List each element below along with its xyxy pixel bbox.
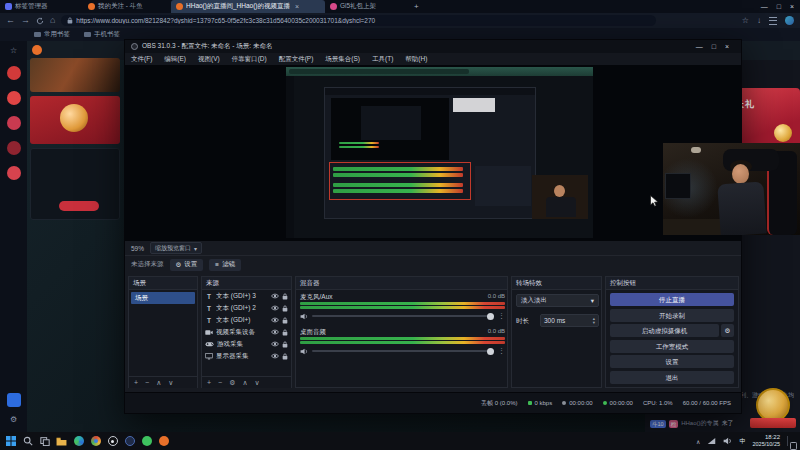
menu-profile[interactable]: 配置文件(P) <box>273 53 320 65</box>
virtual-camera-button[interactable]: 启动虚拟摄像机 <box>610 324 719 337</box>
chrome-browser-icon[interactable] <box>89 435 102 448</box>
spin-arrows[interactable]: ▴▾ <box>593 317 595 325</box>
obs-app-icon[interactable] <box>106 435 119 448</box>
virtual-camera-config-icon[interactable]: ⚙ <box>721 324 734 337</box>
source-row[interactable]: T文本 (GDI+) 3 <box>202 290 291 302</box>
lock-icon[interactable] <box>282 341 288 348</box>
obs-maximize-icon[interactable]: □ <box>712 43 716 50</box>
close-icon[interactable]: × <box>790 3 794 10</box>
move-source-up-icon[interactable]: ∧ <box>242 379 247 387</box>
volume-slider[interactable] <box>312 315 494 317</box>
shortcut-icon-4[interactable] <box>7 141 21 155</box>
bookmark-star-icon[interactable]: ☆ <box>742 13 749 28</box>
forward-icon[interactable]: → <box>21 13 30 28</box>
tab-live-room-active[interactable]: HHao()的直播间_HHao()的视频直播 × <box>171 0 325 13</box>
tab-followed[interactable]: 我的关注 - 斗鱼 <box>83 0 171 13</box>
eye-icon[interactable] <box>271 317 279 323</box>
add-scene-icon[interactable]: + <box>134 379 138 386</box>
menu-docks[interactable]: 停靠窗口(D) <box>226 53 273 65</box>
maximize-icon[interactable]: □ <box>777 3 781 10</box>
search-icon[interactable] <box>21 435 34 448</box>
obs-preview[interactable] <box>125 65 741 241</box>
start-recording-button[interactable]: 开始录制 <box>610 309 734 322</box>
studio-mode-button[interactable]: 工作室模式 <box>610 340 734 353</box>
eye-icon[interactable] <box>271 305 279 311</box>
exit-button[interactable]: 退出 <box>610 371 734 384</box>
gift-promo-card[interactable] <box>30 96 120 144</box>
remove-source-icon[interactable]: − <box>218 379 222 386</box>
source-properties-icon[interactable]: ⚙ <box>229 379 235 387</box>
menu-help[interactable]: 帮助(H) <box>399 53 433 65</box>
speaker-icon[interactable] <box>300 348 308 355</box>
file-explorer-icon[interactable] <box>55 435 68 448</box>
stop-streaming-button[interactable]: 停止直播 <box>610 293 734 306</box>
menu-icon[interactable] <box>769 17 777 25</box>
eye-icon[interactable] <box>271 341 279 347</box>
properties-button[interactable]: ⚙设置 <box>170 259 204 271</box>
menu-file[interactable]: 文件(F) <box>125 53 158 65</box>
start-button[interactable] <box>4 435 17 448</box>
menu-scene-collection[interactable]: 场景集合(S) <box>319 53 366 65</box>
channel-menu-icon[interactable]: ⋮ <box>498 312 505 320</box>
settings-gear-icon[interactable]: ⚙ <box>10 415 17 424</box>
transitions-dock-title[interactable]: 转场特效 <box>512 277 601 290</box>
wechat-app-icon[interactable] <box>140 435 153 448</box>
home-icon[interactable]: ⌂ <box>50 13 55 28</box>
slider-knob[interactable] <box>487 313 494 320</box>
tab-manager[interactable]: 标签管理器 <box>0 0 83 13</box>
channel-menu-icon[interactable]: ⋮ <box>498 347 505 355</box>
bookmark-common[interactable]: 常用书签 <box>34 30 70 39</box>
speaker-icon[interactable] <box>300 313 308 320</box>
close-tab-icon[interactable]: × <box>295 3 299 10</box>
controls-dock-title[interactable]: 控制按钮 <box>606 277 738 290</box>
douyu-app-icon[interactable] <box>157 435 170 448</box>
slider-knob[interactable] <box>487 348 494 355</box>
game-stats-badge[interactable] <box>748 388 798 432</box>
user-avatar[interactable] <box>785 16 794 25</box>
remove-scene-icon[interactable]: − <box>145 379 149 386</box>
bookmark-mobile[interactable]: 手机书签 <box>84 30 120 39</box>
sources-dock-title[interactable]: 来源 <box>202 277 291 290</box>
clock[interactable]: 18:22 2025/10/25 <box>752 434 780 448</box>
download-icon[interactable]: ↓ <box>757 13 761 28</box>
menu-tools[interactable]: 工具(T) <box>366 53 399 65</box>
refresh-icon[interactable] <box>36 17 44 25</box>
obs-title-bar[interactable]: OBS 31.0.3 - 配置文件: 未命名 - 场景: 未命名 — □ × <box>125 40 741 53</box>
network-icon[interactable] <box>707 437 716 445</box>
duration-spinbox[interactable]: 300 ms ▴▾ <box>540 314 599 327</box>
source-row[interactable]: 显示器采集 <box>202 350 291 362</box>
obs-minimize-icon[interactable]: — <box>696 43 703 50</box>
filters-button[interactable]: ≡滤镜 <box>209 259 241 271</box>
lock-icon[interactable] <box>282 305 288 312</box>
transition-select[interactable]: 淡入淡出 ▾ <box>516 294 599 307</box>
source-row[interactable]: 视频采集设备 <box>202 326 291 338</box>
menu-view[interactable]: 视图(V) <box>192 53 226 65</box>
mixer-dock-title[interactable]: 混音器 <box>296 277 507 290</box>
webcam-overlay[interactable] <box>663 143 800 235</box>
game-ad-banner[interactable] <box>30 58 120 92</box>
add-source-icon[interactable]: + <box>207 379 211 386</box>
source-row[interactable]: T文本 (GDI+) <box>202 314 291 326</box>
eye-icon[interactable] <box>271 329 279 335</box>
shortcut-icon-2[interactable] <box>7 91 21 105</box>
scenes-dock-title[interactable]: 场景 <box>129 277 197 290</box>
notification-center-icon[interactable] <box>787 436 796 446</box>
obs-close-icon[interactable]: × <box>725 43 729 50</box>
sidebar-app-icon[interactable] <box>7 393 21 407</box>
menu-edit[interactable]: 编辑(E) <box>158 53 192 65</box>
shortcut-icon-5[interactable] <box>7 166 21 180</box>
shortcut-icon-1[interactable] <box>7 66 21 80</box>
ime-indicator[interactable]: 中 <box>739 437 745 446</box>
back-icon[interactable]: ← <box>6 13 15 28</box>
new-tab-button[interactable]: + <box>409 0 424 13</box>
settings-button[interactable]: 设置 <box>610 355 734 368</box>
source-row[interactable]: 游戏采集 <box>202 338 291 350</box>
minimize-icon[interactable]: — <box>761 3 768 10</box>
edge-browser-icon[interactable] <box>72 435 85 448</box>
favorites-star-icon[interactable]: ☆ <box>10 46 17 55</box>
lock-icon[interactable] <box>282 293 288 300</box>
url-box[interactable]: https://www.douyu.com/8212842?dyshid=137… <box>61 15 656 26</box>
lock-icon[interactable] <box>282 317 288 324</box>
subscribe-button[interactable] <box>59 201 99 211</box>
eye-icon[interactable] <box>271 293 279 299</box>
